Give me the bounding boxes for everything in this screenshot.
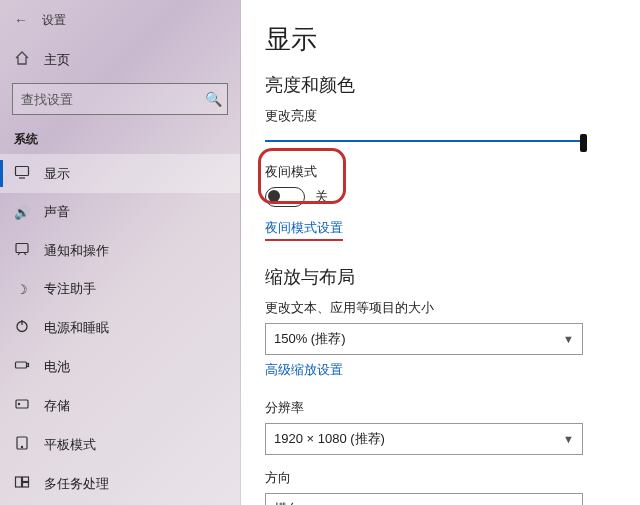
search-icon: 🔍 [199, 91, 227, 107]
main-panel: 显示 亮度和颜色 更改亮度 夜间模式 关 夜间模式设置 缩放与布局 更改文本、应… [241, 0, 640, 505]
search-input[interactable]: 🔍 [12, 83, 228, 115]
sidebar-item-label: 多任务处理 [44, 475, 109, 493]
sidebar-item-label: 电池 [44, 358, 70, 376]
sidebar-item-tablet[interactable]: 平板模式 [0, 425, 240, 464]
brightness-slider[interactable] [265, 131, 585, 151]
slider-thumb-icon[interactable] [580, 134, 587, 152]
sidebar-item-label: 电源和睡眠 [44, 319, 109, 337]
sidebar-item-label: 平板模式 [44, 436, 96, 454]
back-icon[interactable]: ← [14, 12, 28, 28]
scale-label: 更改文本、应用等项目的大小 [265, 299, 614, 317]
battery-icon [14, 357, 30, 376]
nav-list: 显示🔊声音通知和操作☽专注助手电源和睡眠电池存储平板模式多任务处理投影到此电脑 [0, 154, 240, 505]
chevron-down-icon: ▼ [563, 433, 574, 445]
sidebar-item-display[interactable]: 显示 [0, 154, 240, 193]
display-icon [14, 164, 30, 183]
svg-rect-4 [27, 364, 29, 367]
orientation-value: 横向 [274, 500, 300, 505]
sidebar: ← 设置 主页 🔍 系统 显示🔊声音通知和操作☽专注助手电源和睡眠电池存储平板模… [0, 0, 241, 505]
scale-value: 150% (推荐) [274, 330, 346, 348]
app-title: 设置 [42, 12, 66, 29]
orientation-combo[interactable]: 横向 ▼ [265, 493, 583, 505]
chevron-down-icon: ▼ [563, 333, 574, 345]
svg-rect-0 [16, 167, 29, 176]
multitask-icon [14, 474, 30, 493]
sidebar-item-battery[interactable]: 电池 [0, 347, 240, 386]
sidebar-item-focus[interactable]: ☽专注助手 [0, 270, 240, 308]
svg-rect-11 [23, 483, 29, 488]
brightness-label: 更改亮度 [265, 107, 614, 125]
storage-icon [14, 396, 30, 415]
svg-rect-3 [16, 362, 27, 368]
category-header: 系统 [0, 125, 240, 154]
page-title: 显示 [265, 22, 614, 57]
sidebar-item-label: 声音 [44, 203, 70, 221]
sidebar-item-label: 专注助手 [44, 280, 96, 298]
sidebar-item-storage[interactable]: 存储 [0, 386, 240, 425]
svg-rect-9 [16, 477, 22, 487]
sidebar-item-label: 通知和操作 [44, 242, 109, 260]
home-label: 主页 [44, 51, 70, 69]
svg-rect-1 [16, 244, 28, 253]
sidebar-item-label: 显示 [44, 165, 70, 183]
scale-combo[interactable]: 150% (推荐) ▼ [265, 323, 583, 355]
svg-point-6 [18, 403, 19, 404]
search-field[interactable] [13, 92, 199, 107]
home-button[interactable]: 主页 [0, 40, 240, 79]
tablet-icon [14, 435, 30, 454]
sound-icon: 🔊 [14, 204, 30, 220]
orientation-label: 方向 [265, 469, 614, 487]
resolution-value: 1920 × 1080 (推荐) [274, 430, 385, 448]
resolution-combo[interactable]: 1920 × 1080 (推荐) ▼ [265, 423, 583, 455]
night-mode-toggle[interactable] [265, 187, 305, 207]
sidebar-item-notify[interactable]: 通知和操作 [0, 231, 240, 270]
resolution-label: 分辨率 [265, 399, 614, 417]
svg-rect-5 [16, 400, 28, 408]
sidebar-item-multitask[interactable]: 多任务处理 [0, 464, 240, 503]
night-mode-label: 夜间模式 [265, 163, 614, 181]
night-mode-settings-link[interactable]: 夜间模式设置 [265, 219, 343, 241]
svg-point-8 [21, 446, 22, 447]
svg-rect-10 [23, 477, 29, 482]
advanced-scale-link[interactable]: 高级缩放设置 [265, 361, 343, 379]
sidebar-item-power[interactable]: 电源和睡眠 [0, 308, 240, 347]
home-icon [14, 50, 30, 69]
section-brightness: 亮度和颜色 [265, 73, 614, 97]
night-mode-state: 关 [315, 188, 328, 206]
titlebar: ← 设置 [0, 0, 240, 40]
sidebar-item-label: 存储 [44, 397, 70, 415]
notify-icon [14, 241, 30, 260]
section-scale: 缩放与布局 [265, 265, 614, 289]
power-icon [14, 318, 30, 337]
focus-icon: ☽ [14, 281, 30, 297]
sidebar-item-sound[interactable]: 🔊声音 [0, 193, 240, 231]
